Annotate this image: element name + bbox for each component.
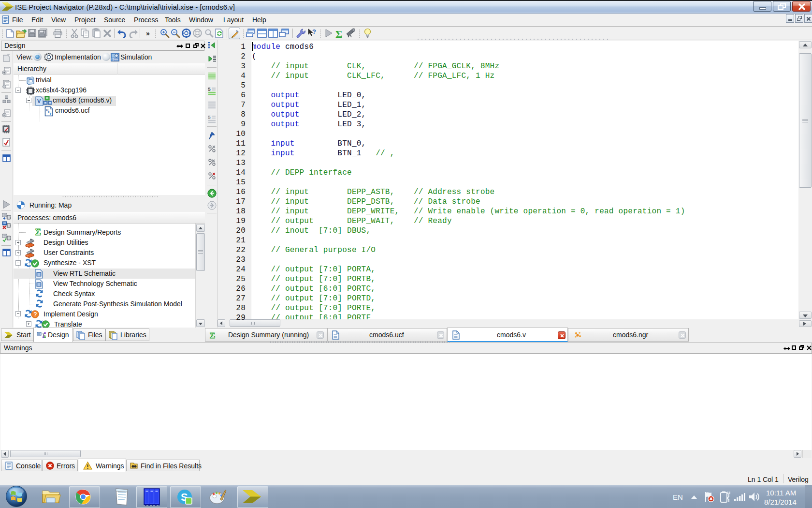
svg-text:5: 5 — [208, 115, 211, 120]
svg-text:iSim: iSim — [112, 58, 118, 61]
svg-text:Σ: Σ — [35, 227, 41, 237]
svg-text:V: V — [37, 98, 41, 104]
svg-text:Σ: Σ — [210, 331, 215, 340]
svg-text:?: ? — [312, 28, 316, 35]
svg-text:F: F — [50, 112, 52, 116]
svg-text:5: 5 — [208, 87, 211, 92]
svg-text:?: ? — [33, 311, 37, 318]
